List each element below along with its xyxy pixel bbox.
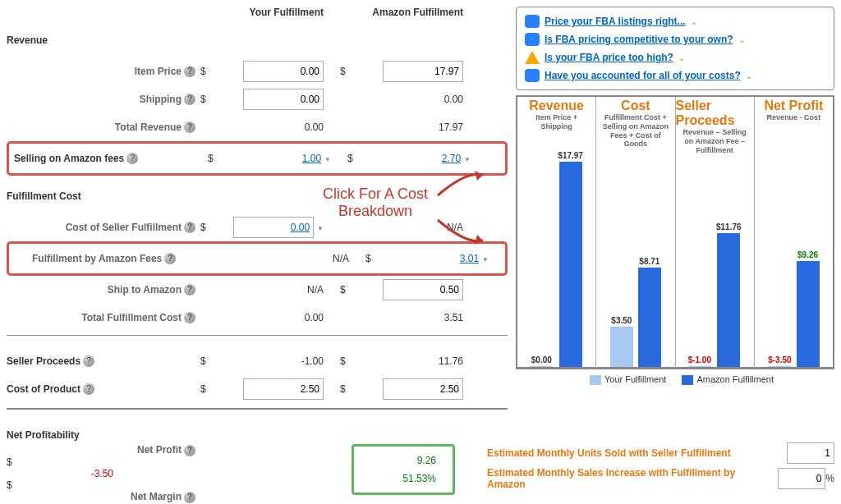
net-margin-amazon: 51.53%: [370, 470, 436, 488]
total-fulfillment-your: 0.00: [217, 312, 340, 323]
chart-col-subtitle: Revenue – Selling on Amazon Fee – Fulfil…: [676, 128, 754, 164]
bar-your: [688, 366, 711, 367]
cost-of-product-your-input[interactable]: [243, 378, 324, 400]
dropdown-icon[interactable]: ▼: [317, 225, 324, 232]
dropdown-icon[interactable]: ▼: [324, 156, 331, 163]
item-price-your-input[interactable]: [243, 61, 324, 82]
tip-link-0[interactable]: Price your FBA listings right...: [545, 16, 686, 27]
chart-col-subtitle: Revenue - Cost: [764, 113, 825, 149]
selling-fees-your-link[interactable]: 1.00: [302, 153, 321, 164]
speech-bubble-icon: [525, 33, 540, 46]
bar-your: [610, 327, 633, 367]
seller-proceeds-amazon: 11.76: [356, 355, 480, 367]
chevron-down-icon[interactable]: ⌄: [678, 53, 685, 62]
help-icon[interactable]: ?: [184, 121, 195, 133]
chart-col-title: Seller Proceeds: [676, 99, 754, 128]
bar-amazon: [638, 268, 661, 367]
label-net-margin: Net Margin: [131, 491, 182, 502]
label-net-profit: Net Profit: [137, 444, 182, 456]
chart-col-title: Net Profit: [764, 99, 823, 113]
bar-amazon: [797, 261, 820, 367]
help-icon[interactable]: ?: [184, 222, 195, 233]
help-icon[interactable]: ?: [184, 492, 195, 503]
label-fba-fees: Fulfillment by Amazon Fees: [32, 253, 162, 264]
chevron-down-icon[interactable]: ⌄: [738, 35, 745, 44]
est-sales-increase-input[interactable]: [778, 468, 825, 489]
net-profit-amazon: 9.26: [370, 451, 436, 470]
item-price-amazon-input[interactable]: [383, 61, 463, 82]
dropdown-icon[interactable]: ▼: [482, 256, 489, 263]
label-est-monthly-units: Estimated Monthly Units Sold with Seller…: [487, 447, 779, 459]
fba-fees-amazon-link[interactable]: 3.01: [460, 253, 479, 264]
bar-label: $8.71: [639, 257, 659, 266]
chart: RevenueItem Price + Shipping$0.00$17.97C…: [516, 95, 834, 369]
bar-amazon: [559, 162, 582, 367]
label-cost-seller-fulfillment: Cost of Seller Fulfillment: [66, 222, 182, 233]
help-icon[interactable]: ?: [164, 253, 176, 264]
label-selling-fees: Selling on Amazon fees: [14, 153, 124, 164]
help-icon[interactable]: ?: [184, 312, 195, 323]
tip-link-2[interactable]: Is your FBA price too high?: [545, 52, 673, 63]
currency: $: [200, 66, 217, 77]
legend-swatch-your: [590, 375, 601, 385]
cost-of-product-amazon-input[interactable]: [383, 378, 463, 400]
chart-col-title: Revenue: [529, 99, 584, 113]
bar-label: $11.76: [716, 222, 742, 231]
help-icon[interactable]: ?: [184, 94, 195, 105]
ship-to-amazon-input[interactable]: [383, 279, 463, 300]
section-net-profitability: Net Profitability: [7, 429, 479, 441]
section-fulfillment-cost: Fulfillment Cost: [7, 182, 508, 210]
chart-legend: Your Fulfillment Amazon Fulfillment: [516, 374, 834, 385]
help-icon[interactable]: ?: [83, 383, 94, 395]
header-amazon: Amazon Fulfillment: [356, 7, 480, 18]
warning-icon: [525, 51, 540, 64]
currency: $: [340, 66, 356, 77]
chevron-down-icon[interactable]: ⌄: [691, 17, 697, 26]
bar-label: $9.26: [797, 250, 818, 259]
chart-col-title: Cost: [621, 99, 650, 113]
selling-fees-amazon-link[interactable]: 2.70: [442, 153, 461, 164]
section-revenue: Revenue: [7, 26, 508, 54]
tip-link-3[interactable]: Have you accounted for all of your costs…: [545, 70, 741, 81]
label-cost-of-product: Cost of Product: [7, 383, 80, 395]
tip-link-1[interactable]: Is FBA pricing competitive to your own?: [545, 34, 733, 45]
fba-fees-your: N/A: [242, 253, 365, 264]
help-icon[interactable]: ?: [184, 66, 195, 77]
help-icon[interactable]: ?: [126, 153, 138, 164]
label-total-revenue: Total Revenue: [115, 121, 182, 133]
seller-proceeds-your: -1.00: [217, 355, 340, 367]
total-fulfillment-amazon: 3.51: [356, 312, 480, 323]
label-item-price: Item Price: [135, 66, 182, 77]
help-icon[interactable]: ?: [184, 284, 195, 296]
net-profit-amazon-highlight: 9.26 51.53%: [352, 444, 455, 495]
bar-label: $-3.50: [768, 355, 791, 364]
shipping-amazon: 0.00: [356, 94, 480, 105]
help-icon[interactable]: ?: [184, 445, 195, 456]
speech-bubble-icon: [525, 15, 540, 28]
bar-label: $0.00: [531, 355, 552, 364]
shipping-your-input[interactable]: [243, 89, 324, 110]
label-shipping: Shipping: [140, 94, 182, 105]
cost-seller-fulfillment-amazon: N/A: [356, 222, 480, 233]
net-profit-your: -3.50: [7, 468, 130, 479]
header-your: Your Fulfillment: [217, 7, 340, 18]
bar-label: $3.50: [611, 316, 632, 325]
cost-seller-fulfillment-your-input[interactable]: [233, 217, 314, 238]
chevron-down-icon[interactable]: ⌄: [746, 71, 752, 80]
percent-unit: %: [825, 473, 834, 484]
total-revenue-your: 0.00: [217, 121, 340, 133]
legend-swatch-amazon: [682, 375, 693, 385]
bar-amazon: [717, 233, 740, 367]
bar-label: $-1.00: [688, 355, 711, 364]
label-est-sales-increase: Estimated Monthly Sales Increase with Fu…: [487, 467, 770, 490]
label-seller-proceeds: Seller Proceeds: [7, 355, 80, 367]
ship-to-amazon-your: N/A: [217, 284, 340, 296]
chart-col-subtitle: Fulfillment Cost + Selling on Amazon Fee…: [596, 113, 674, 149]
chart-col-subtitle: Item Price + Shipping: [517, 113, 595, 149]
bar-label: $17.97: [558, 151, 583, 160]
help-icon[interactable]: ?: [83, 355, 94, 367]
est-monthly-units-input[interactable]: [787, 442, 834, 464]
speech-bubble-icon: [525, 69, 540, 82]
bar-your: [768, 366, 791, 367]
dropdown-icon[interactable]: ▼: [464, 156, 471, 163]
